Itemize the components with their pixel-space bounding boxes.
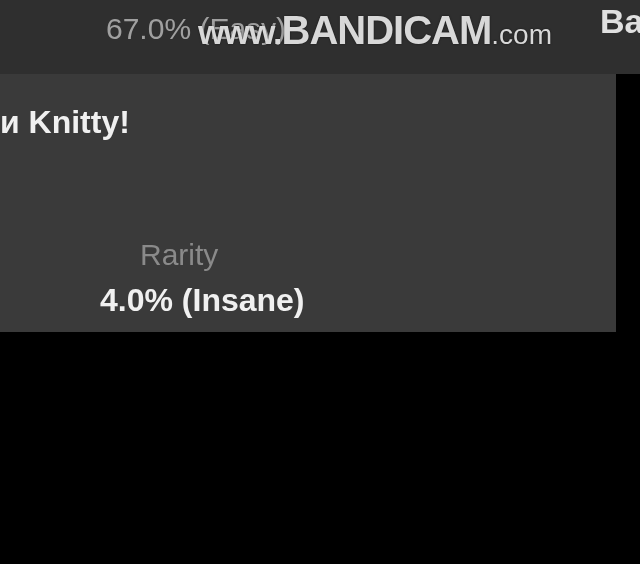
watermark-suffix: .com xyxy=(491,19,552,50)
bandicam-watermark: www.BANDICAM.com xyxy=(198,8,552,53)
subtitle-text: и Knitty! xyxy=(0,104,130,141)
watermark-brand: BANDICAM xyxy=(282,8,492,52)
rarity-label: Rarity xyxy=(140,238,218,272)
rarity-value: 4.0% (Insane) xyxy=(100,282,305,319)
watermark-prefix: www. xyxy=(198,13,282,51)
back-button[interactable]: Back xyxy=(600,2,640,41)
